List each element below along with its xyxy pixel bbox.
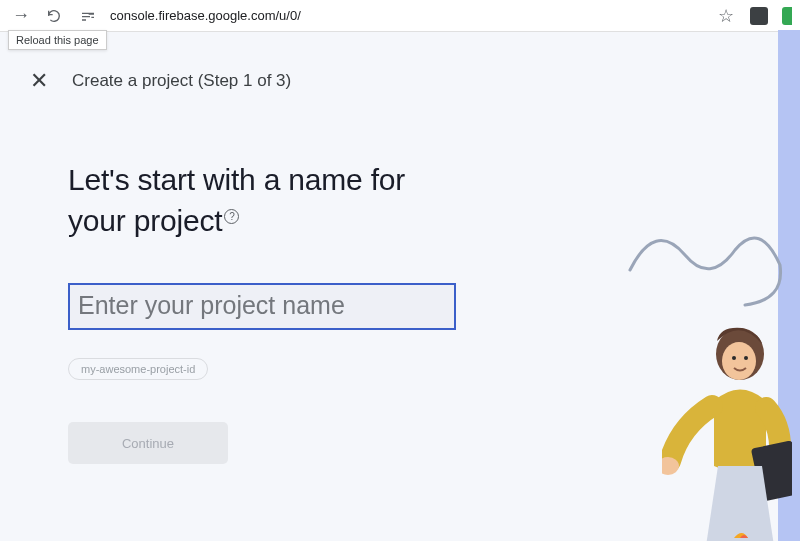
svg-point-3 <box>744 356 748 360</box>
close-icon[interactable]: ✕ <box>30 70 48 92</box>
reload-tooltip: Reload this page <box>8 30 107 50</box>
bookmark-star-icon[interactable]: ☆ <box>718 5 734 27</box>
address-bar-url[interactable]: console.firebase.google.com/u/0/ <box>108 8 708 23</box>
project-name-field-wrap[interactable] <box>68 283 456 330</box>
forward-icon[interactable]: → <box>8 3 34 28</box>
browser-toolbar: → console.firebase.google.com/u/0/ ☆ <box>0 0 800 32</box>
reload-button[interactable] <box>44 6 64 26</box>
project-name-input[interactable] <box>78 289 446 322</box>
reload-icon <box>46 8 62 24</box>
heading-line-1: Let's start with a name for <box>68 163 405 196</box>
step-title: Create a project (Step 1 of 3) <box>72 71 291 91</box>
project-id-chip: my-awesome-project-id <box>68 358 208 380</box>
decorative-character <box>662 306 792 541</box>
page-heading: Let's start with a name for your project… <box>68 160 500 241</box>
extension-icon[interactable] <box>750 7 768 25</box>
extension-icon-2[interactable] <box>782 7 792 25</box>
svg-point-1 <box>722 342 756 380</box>
help-icon[interactable]: ? <box>224 209 239 224</box>
heading-line-2: your project <box>68 204 222 237</box>
site-info-icon[interactable] <box>78 6 98 26</box>
main-area: Let's start with a name for your project… <box>0 92 500 464</box>
continue-button[interactable]: Continue <box>68 422 228 464</box>
tune-icon <box>80 8 96 24</box>
svg-point-2 <box>732 356 736 360</box>
wizard-header: ✕ Create a project (Step 1 of 3) <box>0 32 800 92</box>
